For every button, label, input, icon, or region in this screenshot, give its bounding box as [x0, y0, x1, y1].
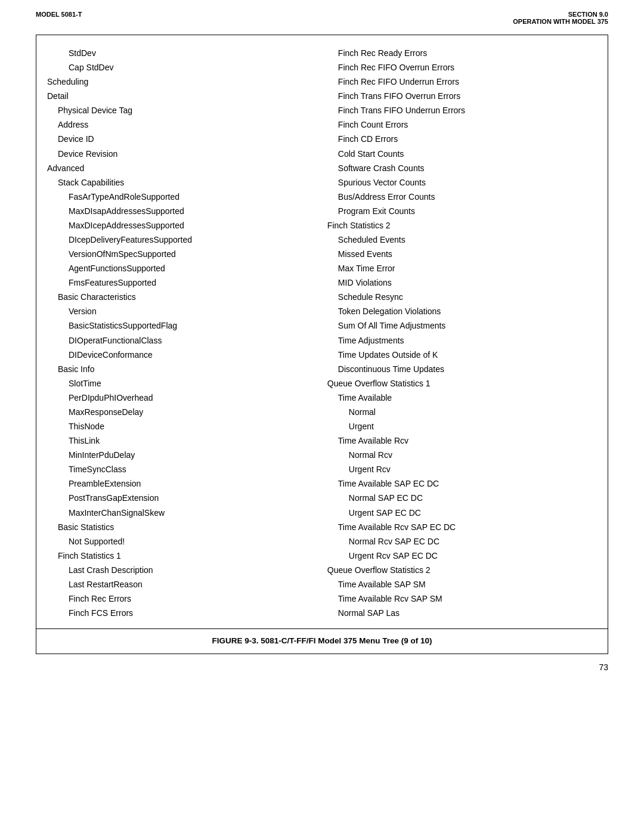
list-item: Max Time Error	[317, 261, 597, 275]
list-item: Time Adjustments	[317, 333, 597, 348]
list-item: FmsFeaturesSupported	[47, 275, 305, 290]
list-item: Time Available Rcv SAP SM	[317, 592, 597, 606]
section-title: OPERATION WITH MODEL 375	[513, 18, 608, 25]
header-model: MODEL 5081-T	[36, 11, 82, 25]
list-item: Finch Trans FIFO Underrun Errors	[317, 103, 597, 117]
list-item: MinInterPduDelay	[47, 448, 305, 462]
list-item: DIOperatFunctionalClass	[47, 333, 305, 348]
list-item: ThisLink	[47, 433, 305, 448]
page-number: 73	[0, 654, 644, 672]
list-item: Finch Rec FIFO Overrun Errors	[317, 60, 597, 75]
list-item: Time Available Rcv	[317, 433, 597, 448]
section-label: SECTION 9.0	[568, 11, 608, 18]
list-item: Spurious Vector Counts	[317, 175, 597, 190]
list-item: Cold Start Counts	[317, 147, 597, 161]
list-item: Basic Statistics	[47, 520, 305, 534]
list-item: Normal Rcv	[317, 448, 597, 462]
list-item: Address	[47, 117, 305, 132]
list-item: Not Supported!	[47, 534, 305, 549]
list-item: Normal	[317, 405, 597, 419]
list-item: PerDIpduPhIOverhead	[47, 391, 305, 405]
list-item: BasicStatisticsSupportedFlag	[47, 318, 305, 333]
list-item: Detail	[47, 89, 305, 103]
list-item: PreambleExtension	[47, 476, 305, 491]
list-item: Time Available	[317, 391, 597, 405]
list-item: FasArTypeAndRoleSupported	[47, 190, 305, 204]
header-section: SECTION 9.0 OPERATION WITH MODEL 375	[513, 11, 608, 25]
list-item: Program Exit Counts	[317, 204, 597, 218]
list-item: SlotTime	[47, 376, 305, 391]
list-item: Finch Rec Ready Errors	[317, 46, 597, 60]
list-item: Finch Count Errors	[317, 117, 597, 132]
list-item: MaxDIcepAddressesSupported	[47, 218, 305, 233]
list-item: Finch FCS Errors	[47, 606, 305, 620]
list-item: VersionOfNmSpecSupported	[47, 247, 305, 261]
list-item: Normal Rcv SAP EC DC	[317, 534, 597, 549]
list-item: Advanced	[47, 161, 305, 175]
list-item: TimeSyncClass	[47, 462, 305, 476]
two-column-layout: StdDevCap StdDevSchedulingDetailPhysical…	[36, 46, 608, 620]
list-item: Stack Capabilities	[47, 175, 305, 190]
figure-caption: FIGURE 9-3. 5081-C/T-FF/FI Model 375 Men…	[36, 628, 608, 654]
list-item: Normal SAP Las	[317, 606, 597, 620]
list-item: Missed Events	[317, 247, 597, 261]
list-item: Cap StdDev	[47, 60, 305, 75]
list-item: Finch Rec FIFO Underrun Errors	[317, 75, 597, 89]
list-item: Physical Device Tag	[47, 103, 305, 117]
page: MODEL 5081-T SECTION 9.0 OPERATION WITH …	[0, 0, 644, 833]
list-item: Sum Of All Time Adjustments	[317, 318, 597, 333]
list-item: Last RestartReason	[47, 577, 305, 592]
list-item: Urgent SAP EC DC	[317, 506, 597, 520]
list-item: Finch CD Errors	[317, 132, 597, 146]
main-content: StdDevCap StdDevSchedulingDetailPhysical…	[36, 35, 608, 654]
list-item: Finch Statistics 1	[47, 549, 305, 563]
list-item: Software Crash Counts	[317, 161, 597, 175]
list-item: Normal SAP EC DC	[317, 491, 597, 505]
list-item: Time Available SAP SM	[317, 577, 597, 592]
list-item: Queue Overflow Statistics 1	[317, 376, 597, 391]
list-item: Queue Overflow Statistics 2	[317, 563, 597, 577]
list-item: MaxDIsapAddressesSupported	[47, 204, 305, 218]
list-item: Token Delegation Violations	[317, 304, 597, 318]
page-header: MODEL 5081-T SECTION 9.0 OPERATION WITH …	[0, 0, 644, 30]
list-item: Basic Characteristics	[47, 290, 305, 304]
list-item: Urgent Rcv SAP EC DC	[317, 549, 597, 563]
right-column: Finch Rec Ready ErrorsFinch Rec FIFO Ove…	[311, 46, 608, 620]
list-item: AgentFunctionsSupported	[47, 261, 305, 275]
list-item: MaxResponseDelay	[47, 405, 305, 419]
list-item: Finch Rec Errors	[47, 592, 305, 606]
list-item: Scheduled Events	[317, 233, 597, 247]
list-item: MID Violations	[317, 275, 597, 290]
list-item: Last Crash Description	[47, 563, 305, 577]
list-item: Device ID	[47, 132, 305, 146]
model-label: MODEL 5081-T	[36, 11, 82, 18]
list-item: MaxInterChanSignalSkew	[47, 506, 305, 520]
list-item: DIDeviceConformance	[47, 348, 305, 362]
list-item: Finch Statistics 2	[317, 218, 597, 233]
list-item: Time Updates Outside of K	[317, 348, 597, 362]
list-item: Bus/Address Error Counts	[317, 190, 597, 204]
list-item: Device Revision	[47, 147, 305, 161]
list-item: Urgent Rcv	[317, 462, 597, 476]
list-item: Finch Trans FIFO Overrun Errors	[317, 89, 597, 103]
list-item: Time Available Rcv SAP EC DC	[317, 520, 597, 534]
list-item: Schedule Resync	[317, 290, 597, 304]
list-item: StdDev	[47, 46, 305, 60]
list-item: PostTransGapExtension	[47, 491, 305, 505]
list-item: ThisNode	[47, 419, 305, 433]
figure-caption-text: FIGURE 9-3. 5081-C/T-FF/FI Model 375 Men…	[212, 636, 432, 645]
list-item: Urgent	[317, 419, 597, 433]
left-column: StdDevCap StdDevSchedulingDetailPhysical…	[36, 46, 311, 620]
page-number-text: 73	[599, 662, 608, 672]
list-item: Time Available SAP EC DC	[317, 476, 597, 491]
list-item: Scheduling	[47, 75, 305, 89]
list-item: Discontinuous Time Updates	[317, 362, 597, 376]
list-item: DIcepDeliveryFeaturesSupported	[47, 233, 305, 247]
list-item: Version	[47, 304, 305, 318]
list-item: Basic Info	[47, 362, 305, 376]
